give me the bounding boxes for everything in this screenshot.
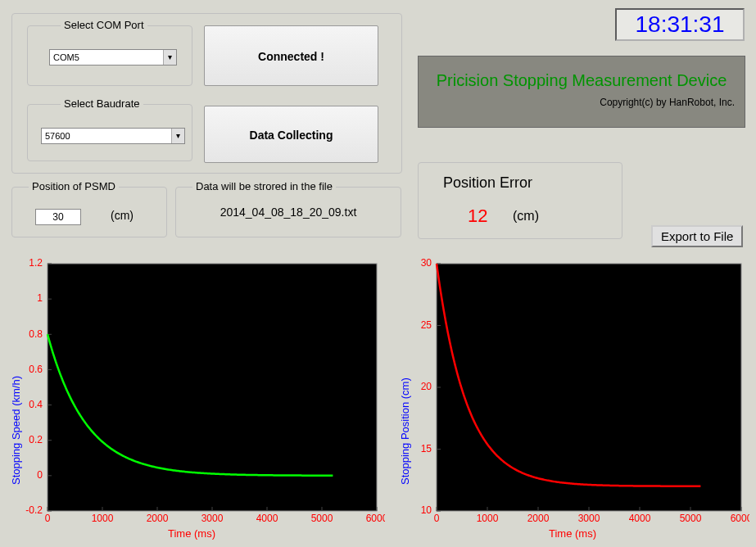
position-error-group: Position Error 12 (cm) <box>418 162 622 239</box>
speed-chart-ylabel: Stopping Speed (km/h) <box>10 376 22 485</box>
dropdown-arrow-icon[interactable]: ▾ <box>163 50 176 65</box>
com-port-group: Select COM Port COM5 ▾ <box>27 25 192 86</box>
position-chart-canvas <box>397 255 749 542</box>
title-panel: Pricision Stopping Measurement Device Co… <box>418 56 745 128</box>
data-filename: 2014_04_08_18_20_09.txt <box>176 206 401 219</box>
copyright-text: Copyright(c) by HanRobot, Inc. <box>419 97 735 108</box>
speed-chart-xlabel: Time (ms) <box>168 527 215 540</box>
speed-chart: Stopping Speed (km/h) Time (ms) <box>8 255 385 542</box>
baudrate-label: Select Baudrate <box>61 97 143 110</box>
position-chart: Stopping Position (cm) Time (ms) <box>397 255 749 542</box>
com-port-select[interactable]: COM5 ▾ <box>49 49 177 66</box>
clock-display: 18:31:31 <box>615 8 745 41</box>
psmd-group: Position of PSMD 30 (cm) <box>11 187 167 237</box>
position-error-unit: (cm) <box>513 209 539 224</box>
baudrate-select[interactable]: 57600 ▾ <box>41 128 185 144</box>
position-chart-xlabel: Time (ms) <box>549 527 596 540</box>
psmd-input[interactable]: 30 <box>35 209 81 225</box>
baudrate-group: Select Baudrate 57600 ▾ <box>27 104 192 161</box>
com-port-label: Select COM Port <box>61 19 147 31</box>
data-collecting-button[interactable]: Data Collecting <box>204 106 378 163</box>
position-chart-ylabel: Stopping Position (cm) <box>399 377 411 485</box>
export-button[interactable]: Export to File <box>651 225 743 247</box>
position-error-value: 12 <box>468 206 487 227</box>
psmd-label: Position of PSMD <box>29 180 119 192</box>
dropdown-arrow-icon[interactable]: ▾ <box>171 129 184 143</box>
data-file-label: Data will be strored in the file <box>192 180 336 192</box>
psmd-unit: (cm) <box>111 209 134 222</box>
app-title: Pricision Stopping Measurement Device <box>419 71 745 90</box>
speed-chart-canvas <box>8 255 385 542</box>
connected-button[interactable]: Connected ! <box>204 25 378 86</box>
baudrate-value: 57600 <box>45 131 70 141</box>
com-port-value: COM5 <box>53 52 79 62</box>
data-file-group: Data will be strored in the file 2014_04… <box>175 187 401 237</box>
position-error-label: Position Error <box>443 174 532 192</box>
connection-group: Select COM Port COM5 ▾ Select Baudrate 5… <box>11 13 402 174</box>
